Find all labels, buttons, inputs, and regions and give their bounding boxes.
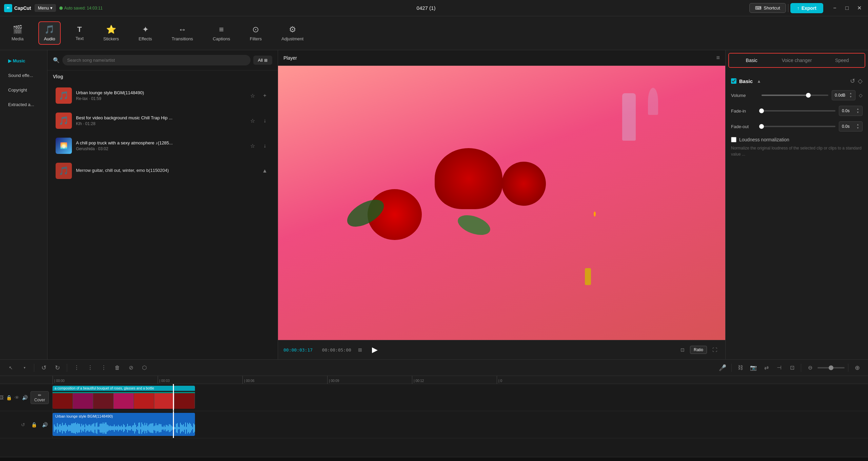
wave-bar [145,425,146,432]
track-sync-button[interactable]: ↺ [19,421,27,429]
download-button[interactable]: ↓ [260,141,270,151]
player-right-controls: ⊡ Ratio ⛶ [678,346,720,354]
video-track-controls: 🖼 🔒 👁 🔊 ✏ Cover [0,384,53,411]
toolbar-item-stickers[interactable]: ⭐ Stickers [99,22,124,44]
maximize-button[interactable]: □ [842,3,852,13]
list-item[interactable]: 🎵 Merrow guitar, chill out, winter, emo … [50,159,275,183]
volume-up[interactable]: ▲ [849,92,852,95]
camera-button[interactable]: 📷 [748,362,759,373]
player-header: Player ≡ [278,50,725,66]
mask-button[interactable]: ⬡ [139,362,150,373]
basic-checkbox[interactable] [731,78,736,84]
zoom-slider[interactable] [817,367,845,368]
add-music-button[interactable]: + [260,91,270,100]
fadeout-spinners[interactable]: ▲ ▼ [856,123,860,130]
sidebar-item-extracted[interactable]: Extracted a... [3,98,44,111]
toolbar-item-audio[interactable]: 🎵 Audio [38,21,60,45]
close-button[interactable]: ✕ [854,3,864,13]
align-button[interactable]: ⊣ [774,362,785,373]
select-dropdown-button[interactable]: ▾ [19,362,30,373]
menu-button[interactable]: Menu ▾ [35,4,56,12]
loudness-checkbox[interactable] [731,137,736,142]
microphone-button[interactable]: 🎤 [717,362,728,373]
minimize-button[interactable]: − [830,3,840,13]
track-audio-volume-button[interactable]: 🔊 [41,421,49,429]
time-total: 00:00:05:00 [322,347,351,353]
loudness-title: Loudness normalization [739,137,789,142]
fadein-down[interactable]: ▼ [856,111,860,114]
list-item[interactable]: 🎵 Urban lounge style BGM(1148490) Re-lax… [50,83,275,108]
tab-speed[interactable]: Speed [820,54,865,67]
wave-bar [157,425,157,432]
wave-bar [171,425,172,431]
toolbar-item-filters[interactable]: ⊙ Filters [245,22,267,44]
reset-button[interactable]: ↺ [850,77,855,85]
ratio-button[interactable]: Ratio [690,346,707,354]
volume-slider[interactable] [762,93,828,98]
export-button[interactable]: ↑ Export [790,3,823,13]
caption-track-button[interactable]: ⊡ [787,362,797,373]
track-lock-button[interactable]: 🔒 [6,394,12,402]
keyframe-diamond-button[interactable]: ◇ [858,77,863,85]
undo-button[interactable]: ↺ [38,362,49,373]
favorite-button[interactable]: ☆ [248,116,257,125]
volume-spinners[interactable]: ▲ ▼ [849,92,852,99]
download-button[interactable]: ↓ [260,116,270,125]
toolbar-item-text[interactable]: T Text [71,22,88,44]
sidebar-item-sound-effects[interactable]: Sound effe... [3,69,44,82]
detach-audio-button[interactable]: ⊘ [125,362,136,373]
volume-keyframe-button[interactable]: ◇ [859,93,863,98]
landscape-icon: 🌅 [60,142,67,149]
link-button[interactable]: ⛓ [735,362,746,373]
redo-button[interactable]: ↻ [52,362,63,373]
wave-bar [76,424,77,432]
split-v3-button[interactable]: ⋮ [98,362,109,373]
sidebar-item-copyright[interactable]: Copyright [3,83,44,97]
fadein-up[interactable]: ▲ [856,107,860,111]
select-tool-button[interactable]: ↖ [5,362,16,373]
sidebar-item-music[interactable]: Music [3,54,44,67]
toolbar-item-adjustment[interactable]: ⚙ Adjustment [277,22,308,44]
toolbar-item-captions[interactable]: ≡ Captions [208,22,235,44]
search-input[interactable] [62,55,251,65]
favorite-button[interactable]: ☆ [248,91,257,100]
toolbar-item-media[interactable]: 🎬 Media [7,22,28,44]
fadeout-up[interactable]: ▲ [856,123,860,126]
shortcut-button[interactable]: ⌨ Shortcut [749,3,786,13]
wave-bar [188,424,189,433]
add-track-button[interactable]: ⊕ [852,362,863,373]
timeline-scrollbar[interactable] [0,457,868,461]
split-button[interactable]: ⋮ [71,362,82,373]
zoom-out-button[interactable]: ⊖ [805,362,815,373]
play-button[interactable]: ▶ [369,344,381,356]
fadeout-down[interactable]: ▼ [856,126,860,130]
scroll-up-button[interactable]: ▲ [260,166,270,176]
toolbar-item-effects[interactable]: ✦ Effects [134,22,157,44]
list-item[interactable]: 🌅 A chill pop truck with a sexy atmosphe… [50,134,275,158]
tab-basic[interactable]: Basic [729,54,774,67]
list-item[interactable]: 🎵 Best for video background music Chill … [50,108,275,133]
track-icon-image[interactable]: 🖼 [0,394,3,402]
wave-bar [161,424,161,432]
toolbar-item-transitions[interactable]: ↔ Transitions [167,22,198,44]
favorite-button[interactable]: ☆ [248,141,257,151]
player-menu-button[interactable]: ≡ [716,54,720,61]
track-volume-button[interactable]: 🔊 [22,394,28,402]
tab-voice-changer[interactable]: Voice changer [774,54,819,67]
delete-button[interactable]: 🗑 [112,362,123,373]
grid-view-button[interactable]: ⊞ [355,346,365,354]
volume-down[interactable]: ▼ [849,95,852,99]
connect-button[interactable]: ⇄ [761,362,772,373]
all-filter-button[interactable]: All ⊞ [253,56,272,65]
split-v2-button[interactable]: ⋮ [85,362,96,373]
fullscreen-button[interactable]: ⛶ [710,346,720,354]
track-visibility-button[interactable]: 👁 [15,394,19,402]
fadeout-slider[interactable] [762,124,835,129]
track-audio-lock-button[interactable]: 🔒 [30,421,38,429]
fit-screen-button[interactable]: ⊡ [678,346,687,354]
fadein-spinners[interactable]: ▲ ▼ [856,107,860,114]
main-layout: Music Sound effe... Copyright Extracted … [0,50,868,359]
wave-bar [124,425,125,431]
cover-button[interactable]: ✏ Cover [31,391,49,404]
fadein-slider[interactable] [762,108,835,113]
